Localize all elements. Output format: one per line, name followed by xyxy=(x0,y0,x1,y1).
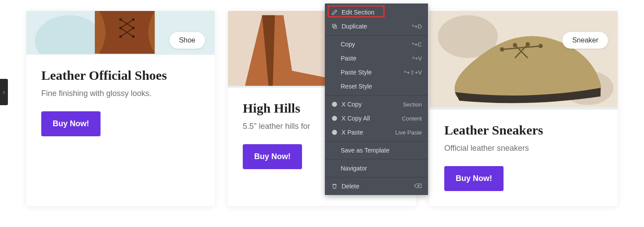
product-badge: Sneaker xyxy=(562,32,608,49)
delete-key-icon xyxy=(414,183,422,190)
trash-icon xyxy=(330,183,339,189)
context-menu: Edit Section Duplicate ^+D Copy ^+C Past… xyxy=(325,4,428,195)
menu-x-copy[interactable]: X Copy Section xyxy=(325,97,428,111)
chevron-left-icon: ‹ xyxy=(3,89,5,96)
menu-shortcut: ^+V xyxy=(412,55,422,62)
menu-edit-section[interactable]: Edit Section xyxy=(325,5,428,19)
menu-paste[interactable]: Paste ^+V xyxy=(325,51,428,65)
menu-divider xyxy=(325,95,428,96)
menu-shortcut: ^+D xyxy=(412,23,422,30)
menu-navigator[interactable]: Navigator xyxy=(325,161,428,175)
sneaker-image xyxy=(429,11,618,107)
svg-point-26 xyxy=(332,130,337,135)
menu-save-template[interactable]: Save as Template xyxy=(325,143,428,157)
menu-label: Edit Section xyxy=(342,9,422,16)
menu-shortcut: Section xyxy=(403,101,422,108)
product-cards-row: Shoe Leather Official Shoes Fine finishi… xyxy=(0,0,644,217)
menu-shortcut: Content xyxy=(402,115,422,122)
product-description: Official leather sneakers xyxy=(444,144,603,153)
buy-now-button[interactable]: Buy Now! xyxy=(243,144,302,169)
product-title: Leather Sneakers xyxy=(444,123,603,138)
menu-reset-style[interactable]: Reset Style xyxy=(325,79,428,93)
menu-paste-style[interactable]: Paste Style ^+⇧+V xyxy=(325,65,428,79)
menu-label: X Paste xyxy=(342,129,395,136)
menu-divider xyxy=(325,141,428,142)
menu-divider xyxy=(325,177,428,177)
menu-shortcut: ^+⇧+V xyxy=(404,69,422,76)
menu-label: Delete xyxy=(342,183,414,190)
product-title: Leather Official Shoes xyxy=(41,68,200,83)
menu-duplicate[interactable]: Duplicate ^+D xyxy=(325,19,428,33)
menu-divider xyxy=(325,159,428,160)
menu-label: Save as Template xyxy=(341,147,422,154)
panel-collapse-tab[interactable]: ‹ xyxy=(0,79,8,105)
duplicate-icon xyxy=(330,23,339,29)
menu-divider xyxy=(325,35,428,35)
menu-label: Paste xyxy=(341,55,412,62)
menu-label: Reset Style xyxy=(341,83,422,90)
menu-label: Duplicate xyxy=(342,23,412,30)
face-icon xyxy=(330,101,339,107)
menu-shortcut: ^+C xyxy=(412,41,422,48)
menu-shortcut: Live Paste xyxy=(395,129,422,136)
product-card: Sneaker Leather Sneakers Official leathe… xyxy=(429,11,618,206)
menu-label: Paste Style xyxy=(341,69,404,76)
product-image: Sneaker xyxy=(429,11,618,110)
face-icon xyxy=(330,115,339,121)
buy-now-button[interactable]: Buy Now! xyxy=(41,111,101,136)
menu-label: Copy xyxy=(341,41,412,48)
menu-label: X Copy All xyxy=(342,115,402,122)
product-image: Shoe xyxy=(26,11,215,55)
menu-x-copy-all[interactable]: X Copy All Content xyxy=(325,111,428,125)
menu-delete[interactable]: Delete xyxy=(325,179,428,193)
menu-x-paste[interactable]: X Paste Live Paste xyxy=(325,125,428,139)
menu-label: X Copy xyxy=(342,101,403,108)
product-card: Shoe Leather Official Shoes Fine finishi… xyxy=(26,11,215,206)
menu-label: Navigator xyxy=(341,165,422,172)
buy-now-button[interactable]: Buy Now! xyxy=(444,166,504,191)
product-description: Fine finishing with glossy looks. xyxy=(41,89,200,98)
face-icon xyxy=(330,129,339,135)
product-badge: Shoe xyxy=(169,32,205,49)
svg-point-25 xyxy=(332,116,337,121)
svg-point-24 xyxy=(332,102,337,107)
pencil-icon xyxy=(330,9,339,15)
menu-copy[interactable]: Copy ^+C xyxy=(325,37,428,51)
